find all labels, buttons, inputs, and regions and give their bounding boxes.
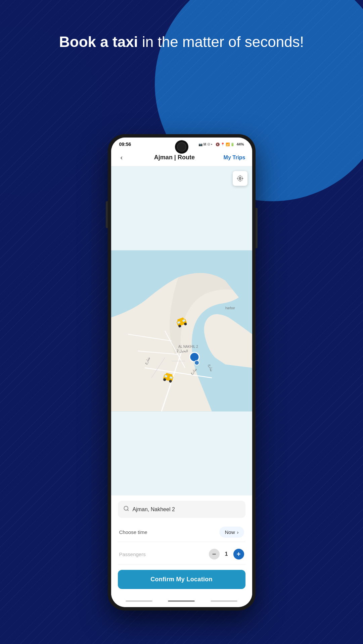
phone-inner: 09:56 📷 M ☉ • 🔇 📍 📶 🔋 44% ‹ Ajman | Rout… [111, 138, 252, 607]
status-misc-icons: 📷 M ☉ • [198, 143, 212, 146]
nav-dot-3 [211, 600, 237, 602]
status-time: 09:56 [119, 142, 131, 147]
nav-dots [111, 597, 252, 607]
now-button[interactable]: Now › [219, 527, 244, 538]
svg-point-29 [237, 176, 242, 181]
choose-time-row: Choose time Now › [118, 523, 245, 542]
my-trips-link[interactable]: My Trips [224, 155, 245, 161]
passengers-count: 1 [225, 551, 228, 557]
phone-outer: 09:56 📷 M ☉ • 🔇 📍 📶 🔋 44% ‹ Ajman | Rout… [108, 134, 256, 610]
back-button[interactable]: ‹ [118, 152, 126, 163]
decrease-passengers-button[interactable]: − [209, 549, 220, 559]
choose-time-label: Choose time [119, 529, 147, 535]
location-icon [236, 175, 244, 182]
header-bold: Book a taxi [59, 34, 138, 50]
passengers-label: Passengers [119, 551, 146, 557]
increase-passengers-button[interactable]: + [233, 549, 244, 559]
passengers-control: − 1 + [209, 549, 244, 559]
svg-text:harbor: harbor [225, 306, 235, 310]
search-box[interactable]: Ajman, Nakheel 2 [118, 501, 245, 518]
confirm-location-button[interactable]: Confirm My Location [118, 570, 245, 589]
camera-notch [175, 140, 188, 154]
passengers-row: Passengers − 1 + [118, 545, 245, 565]
now-label: Now [225, 529, 235, 535]
svg-point-30 [124, 506, 128, 510]
map-svg: AL NAKHIL 2 النخيل 2 harbor شارع شارع شا… [111, 166, 252, 495]
search-location-text: Ajman, Nakheel 2 [133, 506, 175, 513]
app-title: Ajman | Route [154, 154, 195, 161]
nav-dot-2 [168, 600, 195, 602]
bottom-panel: Ajman, Nakheel 2 Choose time Now › Passe… [111, 495, 252, 597]
svg-text:النخيل 2: النخيل 2 [177, 349, 188, 353]
status-battery: 44% [236, 142, 244, 146]
svg-text:AL NAKHIL 2: AL NAKHIL 2 [178, 345, 198, 348]
location-button[interactable] [233, 171, 247, 186]
phone-mockup: 09:56 📷 M ☉ • 🔇 📍 📶 🔋 44% ‹ Ajman | Rout… [108, 134, 256, 610]
chevron-right-icon: › [237, 529, 239, 535]
status-signal: 🔇 📍 📶 🔋 [216, 143, 234, 146]
status-icons: 📷 M ☉ • 🔇 📍 📶 🔋 44% [198, 142, 244, 146]
svg-point-15 [194, 361, 199, 365]
map-area[interactable]: AL NAKHIL 2 النخيل 2 harbor شارع شارع شا… [111, 166, 252, 495]
camera-lens [177, 142, 186, 152]
nav-dot-1 [126, 600, 152, 602]
search-icon [123, 505, 129, 513]
header-text: Book a taxi in the matter of seconds! [0, 34, 363, 50]
header-normal: in the matter of seconds! [138, 34, 304, 50]
search-svg [123, 505, 129, 512]
svg-point-28 [239, 177, 241, 179]
